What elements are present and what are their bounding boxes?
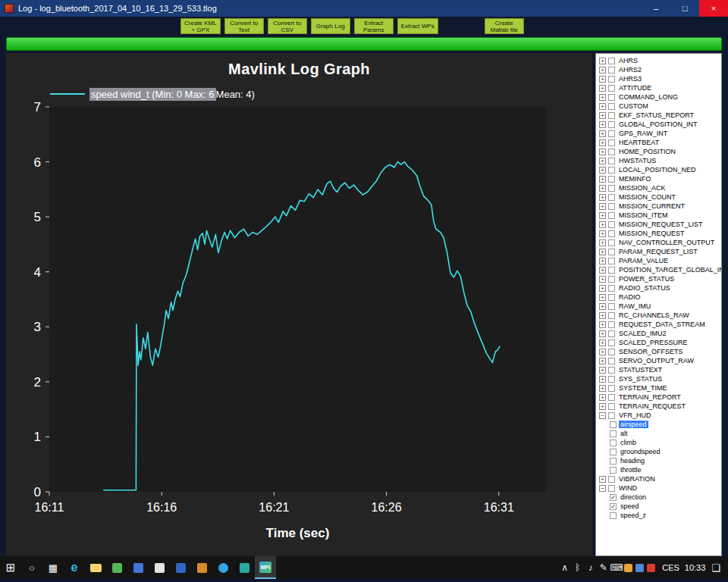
tree-item-vibration[interactable]: +VIBRATION [596, 474, 721, 483]
pen-icon[interactable]: ✎ [597, 562, 610, 573]
checkbox[interactable]: ✓ [610, 494, 617, 501]
checkbox[interactable]: ✓ [610, 503, 617, 510]
expand-icon[interactable]: + [599, 249, 606, 255]
convert-to-text-button[interactable]: Convert to Text [224, 18, 264, 34]
tray-app-orange[interactable] [624, 564, 632, 572]
expand-icon[interactable]: + [599, 267, 606, 274]
checkbox[interactable] [608, 58, 615, 64]
checkbox[interactable] [610, 449, 617, 455]
tree-item-mission-count[interactable]: +MISSION_COUNT [596, 192, 721, 202]
checkbox[interactable] [608, 230, 615, 237]
tree-item-param-value[interactable]: +PARAM_VALUE [596, 256, 721, 265]
checkbox[interactable] [610, 458, 617, 465]
tree-item-alt[interactable]: alt [596, 429, 721, 438]
tree-item-attitude[interactable]: +ATTITUDE [596, 83, 721, 92]
tree-item-groundspeed[interactable]: groundspeed [596, 447, 721, 456]
collapse-icon[interactable]: − [599, 412, 606, 419]
checkbox[interactable] [608, 203, 615, 210]
expand-icon[interactable]: + [599, 221, 606, 228]
checkbox[interactable] [608, 130, 615, 137]
tree-item-meminfo[interactable]: +MEMINFO [596, 174, 721, 183]
create-kml-gpx-button[interactable]: Create KML + GPX [180, 18, 221, 34]
expand-icon[interactable]: + [599, 303, 606, 310]
calculator-icon[interactable] [149, 556, 170, 579]
tree-item-mission-current[interactable]: +MISSION_CURRENT [596, 202, 721, 211]
tree-item-heartbeat[interactable]: +HEARTBEAT [596, 138, 721, 147]
checkbox[interactable] [608, 285, 615, 292]
checkbox[interactable] [608, 376, 615, 383]
clock[interactable]: 10:33 [685, 563, 706, 572]
checkbox[interactable] [608, 94, 615, 101]
tree-item-vfr-hud[interactable]: −VFR_HUD [596, 411, 721, 420]
mission-planner-icon[interactable]: MPl [255, 556, 276, 579]
tree-item-speed-z[interactable]: speed_z [596, 511, 721, 520]
app-icon-teal[interactable] [234, 556, 255, 579]
app-icon-orange[interactable] [191, 556, 212, 579]
keyboard-icon[interactable]: ⌨ [610, 562, 623, 573]
checkbox[interactable] [608, 385, 615, 392]
tree-item-sys-status[interactable]: +SYS_STATUS [596, 374, 721, 383]
expand-icon[interactable]: + [599, 112, 606, 119]
expand-icon[interactable]: + [599, 94, 606, 101]
expand-icon[interactable]: + [599, 321, 606, 328]
expand-icon[interactable]: + [599, 285, 606, 292]
expand-icon[interactable]: + [599, 149, 606, 155]
checkbox[interactable] [608, 485, 615, 492]
expand-icon[interactable]: + [599, 158, 606, 164]
expand-icon[interactable]: + [599, 176, 606, 183]
tree-item-ahrs[interactable]: +AHRS [596, 56, 721, 65]
expand-icon[interactable]: + [599, 385, 606, 392]
checkbox[interactable] [608, 67, 615, 74]
tree-item-radio-status[interactable]: +RADIO_STATUS [596, 283, 721, 293]
tree-item-mission-ack[interactable]: +MISSION_ACK [596, 183, 721, 192]
expand-icon[interactable]: + [599, 340, 606, 346]
edge-icon[interactable]: e [64, 556, 85, 579]
checkbox[interactable] [608, 103, 615, 110]
tree-item-param-request-list[interactable]: +PARAM_REQUEST_LIST [596, 247, 721, 256]
tree-item-power-status[interactable]: +POWER_STATUS [596, 274, 721, 283]
close-button[interactable]: × [699, 0, 728, 17]
checkbox[interactable] [608, 112, 615, 119]
volume-icon[interactable]: ♪ [584, 562, 597, 573]
tree-item-gps-raw-int[interactable]: +GPS_RAW_INT [596, 129, 721, 138]
expand-icon[interactable]: + [599, 367, 606, 374]
expand-icon[interactable]: + [599, 312, 606, 319]
expand-icon[interactable]: + [599, 194, 606, 201]
tree-item-raw-imu[interactable]: +RAW_IMU [596, 302, 721, 311]
expand-icon[interactable]: + [599, 58, 606, 64]
tree-item-ahrs3[interactable]: +AHRS3 [596, 74, 721, 83]
checkbox[interactable] [608, 476, 615, 483]
tree-item-home-position[interactable]: +HOME_POSITION [596, 147, 721, 156]
tree-item-throttle[interactable]: throttle [596, 465, 721, 474]
tree-item-hwstatus[interactable]: +HWSTATUS [596, 156, 721, 165]
checkbox[interactable] [608, 312, 615, 319]
collapse-icon[interactable]: − [599, 485, 606, 492]
tree-item-climb[interactable]: climb [596, 438, 721, 447]
bluetooth-icon[interactable]: ᛒ [571, 562, 584, 573]
tree-item-scaled-imu2[interactable]: +SCALED_IMU2 [596, 329, 721, 338]
expand-icon[interactable]: + [599, 276, 606, 283]
tree-item-ekf-status-report[interactable]: +EKF_STATUS_REPORT [596, 111, 721, 120]
tray-expand-icon[interactable]: ∧ [558, 562, 571, 573]
checkbox[interactable] [608, 212, 615, 219]
checkbox[interactable] [608, 158, 615, 164]
checkbox[interactable] [608, 194, 615, 201]
checkbox[interactable] [608, 258, 615, 264]
tree-item-statustext[interactable]: +STATUSTEXT [596, 365, 721, 374]
create-matlab-file-button[interactable]: Create Matlab file [485, 18, 524, 34]
tree-item-global-position-int[interactable]: +GLOBAL_POSITION_INT [596, 120, 721, 129]
expand-icon[interactable]: + [599, 121, 606, 128]
expand-icon[interactable]: + [599, 139, 606, 146]
checkbox[interactable] [608, 303, 615, 310]
tree-item-ahrs2[interactable]: +AHRS2 [596, 65, 721, 74]
tree-item-command-long[interactable]: +COMMAND_LONG [596, 92, 721, 102]
checkbox[interactable] [608, 349, 615, 355]
expand-icon[interactable]: + [599, 185, 606, 192]
graph-log-button[interactable]: Graph Log [311, 18, 350, 34]
expand-icon[interactable]: + [599, 476, 606, 483]
expand-icon[interactable]: + [599, 258, 606, 264]
app-icon-blue-2[interactable] [170, 556, 191, 579]
tree-item-servo-output-raw[interactable]: +SERVO_OUTPUT_RAW [596, 356, 721, 365]
tree-item-airspeed[interactable]: airspeed [596, 420, 721, 429]
checkbox[interactable] [608, 367, 615, 374]
